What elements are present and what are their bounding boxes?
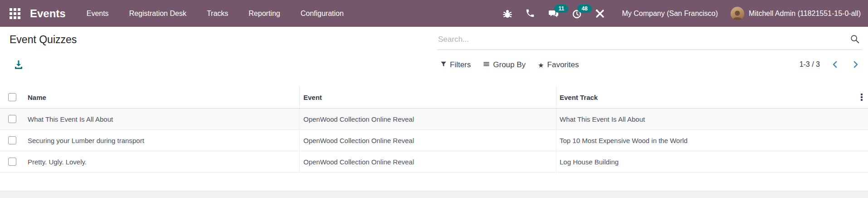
cell-event[interactable]: OpenWood Collection Online Reveal (299, 109, 556, 129)
pager-previous-icon[interactable] (831, 60, 840, 69)
column-header-event[interactable]: Event (299, 86, 556, 108)
cell-quiz-name[interactable]: Pretty. Ugly. Lovely. (20, 151, 299, 172)
app-brand-title[interactable]: Events (30, 7, 66, 20)
favorites-button[interactable]: ★ Favorites (538, 60, 579, 69)
top-menu: Events Registration Desk Tracks Reportin… (87, 10, 344, 18)
group-by-button[interactable]: Group By (483, 60, 526, 69)
apps-grid-icon[interactable] (9, 8, 21, 20)
menu-configuration[interactable]: Configuration (301, 10, 344, 18)
pager: 1-3 / 3 (800, 59, 860, 70)
filter-funnel-icon (440, 60, 447, 69)
activities-count-badge[interactable]: 48 (577, 5, 591, 13)
activities-clock-icon[interactable]: 48 (571, 8, 582, 19)
export-icon[interactable] (13, 59, 24, 70)
menu-reporting[interactable]: Reporting (249, 10, 280, 18)
favorites-label: Favorites (547, 60, 579, 69)
top-navbar: Events Events Registration Desk Tracks R… (0, 0, 868, 27)
cell-quiz-name[interactable]: Securing your Lumber during transport (20, 130, 299, 151)
search-bar (437, 29, 863, 50)
bottom-scroll-band (0, 191, 868, 198)
messages-count-badge[interactable]: 11 (554, 5, 568, 13)
menu-events[interactable]: Events (87, 10, 109, 18)
group-by-label: Group By (493, 60, 526, 69)
cell-event[interactable]: OpenWood Collection Online Reveal (299, 151, 556, 172)
column-header-name[interactable]: Name (20, 86, 299, 108)
pager-range: 1-3 / 3 (800, 60, 820, 69)
favorites-star-icon: ★ (538, 62, 544, 69)
user-avatar[interactable] (731, 7, 744, 20)
cell-event-track[interactable]: What This Event Is All About (556, 109, 868, 129)
table-header-row: Name Event Event Track (0, 86, 868, 109)
row-checkbox[interactable] (8, 115, 16, 123)
cell-event-track[interactable]: Top 10 Most Expensive Wood in the World (556, 130, 868, 151)
pager-next-icon[interactable] (851, 60, 860, 69)
debug-bug-icon[interactable] (502, 8, 513, 19)
cell-event[interactable]: OpenWood Collection Online Reveal (299, 130, 556, 151)
phone-icon[interactable] (525, 8, 536, 19)
table-row[interactable]: Pretty. Ugly. Lovely. OpenWood Collectio… (0, 151, 868, 173)
select-all-checkbox[interactable] (8, 93, 16, 101)
topbar-right-section: 11 48 My Company (San Francisco) (490, 7, 861, 20)
row-checkbox[interactable] (8, 136, 16, 144)
table-row[interactable]: What This Event Is All About OpenWood Co… (0, 109, 868, 130)
cell-event-track[interactable]: Log House Building (556, 151, 868, 172)
cell-quiz-name[interactable]: What This Event Is All About (20, 109, 299, 129)
table-row[interactable]: Securing your Lumber during transport Op… (0, 130, 868, 151)
menu-registration-desk[interactable]: Registration Desk (129, 10, 186, 18)
menu-tracks[interactable]: Tracks (207, 10, 228, 18)
column-header-event-track[interactable]: Event Track (556, 86, 868, 108)
search-icon[interactable] (850, 34, 860, 46)
user-menu[interactable]: Mitchell Admin (11821551-15-0-all) (749, 10, 861, 18)
search-input[interactable] (437, 32, 844, 47)
optional-columns-icon[interactable] (858, 93, 865, 102)
page-title: Event Quizzes (10, 34, 77, 46)
filters-label: Filters (450, 60, 471, 69)
group-by-bars-icon (483, 60, 490, 69)
filters-button[interactable]: Filters (440, 60, 471, 69)
quiz-list-table: Name Event Event Track What This Event I… (0, 86, 868, 173)
messages-icon[interactable]: 11 (548, 8, 559, 19)
tools-icon[interactable] (595, 8, 605, 19)
search-options: Filters Group By ★ Favorites (440, 59, 579, 70)
row-checkbox[interactable] (8, 158, 16, 166)
company-switcher[interactable]: My Company (San Francisco) (622, 10, 718, 18)
